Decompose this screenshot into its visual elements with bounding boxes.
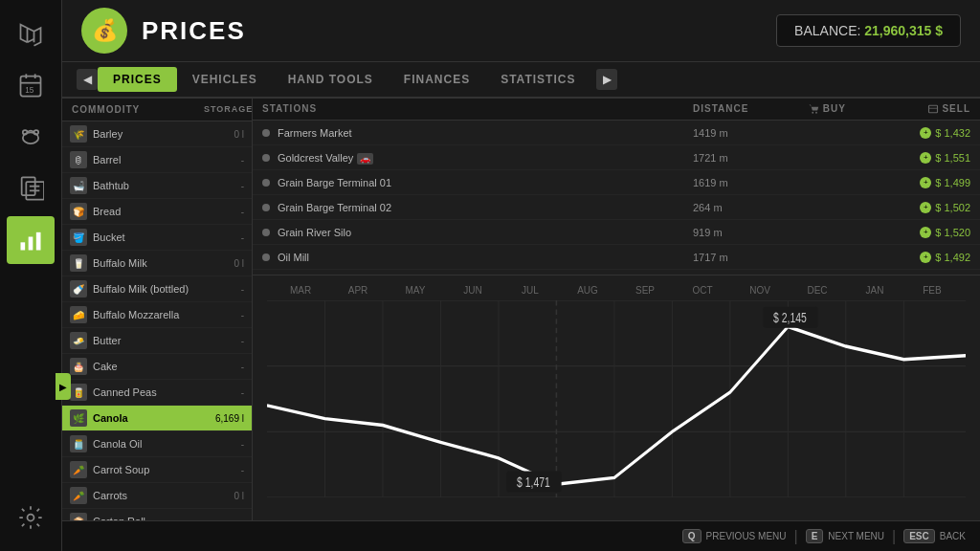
station-sell: + $ 1,432: [875, 127, 970, 139]
balance-label: BALANCE:: [794, 23, 860, 38]
col-buy-label: BUY: [779, 103, 875, 115]
station-name: Goldcrest Valley🚗: [278, 152, 693, 164]
commodity-item[interactable]: 🌿 Canola 6,169 l: [62, 406, 252, 431]
sidebar-item-docs[interactable]: [7, 165, 55, 212]
station-row[interactable]: Goldcrest Valley🚗 1721 m + $ 1,551: [253, 145, 980, 170]
commodity-icon: 🪣: [70, 229, 87, 246]
chart-month-label: FEB: [903, 285, 961, 296]
commodity-item[interactable]: 🥕 Carrot Soup -: [62, 457, 252, 483]
commodity-item[interactable]: 🧀 Buffalo Mozzarella -: [62, 302, 252, 328]
chart-month-label: AUG: [559, 285, 616, 296]
svg-point-16: [812, 112, 813, 114]
commodity-icon: 🥕: [70, 487, 87, 504]
station-distance: 919 m: [693, 227, 779, 238]
tab-vehicles[interactable]: VEHICLES: [177, 67, 273, 92]
station-dot: [262, 204, 270, 211]
tab-prices[interactable]: PRICES: [98, 67, 177, 92]
sidebar-item-animals[interactable]: [7, 113, 55, 161]
commodity-name: Barrel: [93, 154, 206, 165]
col-distance-label: DISTANCE: [693, 103, 779, 115]
station-distance: 264 m: [693, 202, 779, 213]
tab-finances[interactable]: FINANCES: [389, 67, 485, 92]
commodity-item[interactable]: 📦 Carton Roll -: [62, 509, 252, 520]
station-distance: 1721 m: [693, 152, 779, 164]
chart-month-label: DEC: [789, 285, 846, 296]
commodity-storage: -: [206, 181, 244, 191]
sell-indicator: +: [920, 202, 931, 213]
right-panel: STATIONS DISTANCE BUY: [253, 99, 980, 520]
next-key-badge: E: [806, 529, 824, 543]
commodity-item[interactable]: 🛢 Barrel -: [62, 147, 252, 173]
sidebar-item-calendar[interactable]: 15: [7, 61, 55, 109]
commodity-icon: 🥛: [70, 254, 87, 272]
station-badge: 🚗: [357, 153, 373, 165]
station-name: Grain Barge Terminal 02: [278, 202, 693, 213]
commodity-item[interactable]: 🥫 Canned Peas -: [62, 380, 252, 406]
svg-rect-12: [21, 242, 26, 250]
commodity-item[interactable]: 🌾 Barley 0 l: [62, 121, 252, 147]
station-row[interactable]: Oil Mill 1717 m + $ 1,492: [253, 245, 980, 270]
commodity-storage: -: [206, 310, 244, 320]
commodity-storage: -: [206, 387, 244, 398]
commodity-icon: 🌾: [70, 125, 87, 143]
commodity-storage: 6,169 l: [206, 413, 244, 424]
station-distance: 1419 m: [693, 127, 779, 139]
station-dot: [262, 253, 270, 261]
stations-section: STATIONS DISTANCE BUY: [253, 99, 980, 276]
back-button[interactable]: ESC BACK: [903, 529, 966, 543]
svg-text:15: 15: [25, 86, 34, 95]
tab-next-arrow[interactable]: ▶: [596, 69, 617, 90]
svg-rect-13: [29, 237, 33, 251]
station-row[interactable]: Farmers Market 1419 m + $ 1,432: [253, 121, 980, 145]
svg-text:$ 2,145: $ 2,145: [773, 311, 807, 326]
commodity-item[interactable]: 🥕 Carrots 0 l: [62, 483, 252, 509]
station-row[interactable]: Grain Barge Terminal 01 1619 m + $ 1,499: [253, 170, 980, 195]
main-area: 💰 PRICES BALANCE: 21,960,315 $ ◀ PRICESV…: [62, 0, 980, 551]
commodity-name: Bucket: [93, 231, 206, 243]
commodity-item[interactable]: 🍞 Bread -: [62, 199, 252, 225]
sidebar-item-stats[interactable]: [7, 216, 55, 264]
svg-rect-18: [928, 106, 937, 114]
station-sell: + $ 1,551: [875, 152, 970, 164]
station-name: Grain Barge Terminal 01: [278, 177, 693, 188]
commodity-item[interactable]: 🛁 Bathtub -: [62, 173, 252, 199]
station-row[interactable]: Grain Barge Terminal 02 264 m + $ 1,502: [253, 195, 980, 220]
commodity-name: Buffalo Mozzarella: [93, 309, 206, 320]
commodity-icon: 🍞: [70, 203, 87, 220]
commodity-storage: -: [206, 336, 244, 346]
commodity-item[interactable]: 🍼 Buffalo Milk (bottled) -: [62, 276, 252, 302]
commodity-item[interactable]: 🫙 Canola Oil -: [62, 431, 252, 457]
sidebar-item-map[interactable]: [7, 10, 55, 57]
commodity-storage: -: [206, 465, 244, 475]
commodity-item[interactable]: 🥛 Buffalo Milk 0 l: [62, 251, 252, 276]
tab-prev-arrow[interactable]: ◀: [77, 69, 98, 90]
commodity-storage: -: [206, 207, 244, 217]
tab-statistics[interactable]: STATISTICS: [485, 67, 590, 92]
commodity-name: Butter: [93, 335, 206, 346]
commodity-storage: -: [206, 155, 244, 165]
col-station-label: STATIONS: [262, 103, 693, 115]
sidebar-expand-arrow[interactable]: ▶: [56, 373, 71, 400]
commodity-item[interactable]: 🧈 Butter -: [62, 328, 252, 354]
station-sell: + $ 1,502: [875, 202, 970, 213]
sell-indicator: +: [920, 227, 931, 238]
commodity-storage: 0 l: [206, 491, 244, 501]
commodity-name: Bathtub: [93, 180, 206, 191]
station-row[interactable]: Grain River Silo 919 m + $ 1,520: [253, 220, 980, 245]
prev-menu-button[interactable]: Q PREVIOUS MENU: [682, 529, 787, 543]
sidebar-item-gear[interactable]: [7, 494, 55, 541]
commodity-item[interactable]: 🎂 Cake -: [62, 354, 252, 380]
commodity-icon: 🎂: [70, 358, 87, 375]
tab-hand-tools[interactable]: HAND TOOLS: [273, 67, 389, 92]
commodity-icon: 🛢: [70, 151, 87, 168]
commodity-name: Canned Peas: [93, 386, 206, 398]
next-menu-button[interactable]: E NEXT MENU: [806, 529, 884, 543]
commodity-name: Cake: [93, 361, 206, 372]
commodity-item[interactable]: 🪣 Bucket -: [62, 225, 252, 251]
station-name: Farmers Market: [278, 127, 693, 139]
content-area: COMMODITY STORAGE 🌾 Barley 0 l 🛢 Barrel …: [62, 99, 980, 520]
commodity-storage: 0 l: [206, 258, 244, 269]
prev-menu-label: PREVIOUS MENU: [706, 531, 787, 541]
station-name: Grain River Silo: [278, 227, 693, 238]
tabs-bar: ◀ PRICESVEHICLESHAND TOOLSFINANCESSTATIS…: [62, 62, 980, 99]
